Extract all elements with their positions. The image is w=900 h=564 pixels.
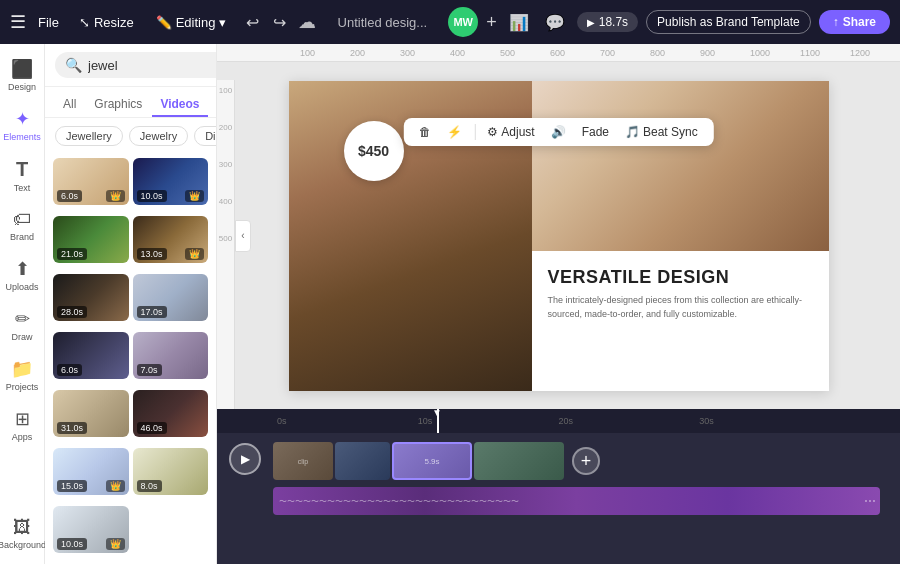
document-title[interactable]: Untitled desig... <box>338 15 428 30</box>
fade-button[interactable]: Fade <box>576 122 615 142</box>
hands-image <box>532 81 829 252</box>
chip-jewellery[interactable]: Jewellery <box>55 126 123 146</box>
search-input[interactable] <box>88 58 217 73</box>
list-item[interactable]: 6.0s <box>53 332 129 379</box>
duration-badge: 15.0s <box>57 480 87 492</box>
sidebar-item-apps[interactable]: ⊞ Apps <box>0 402 44 448</box>
tab-graphics[interactable]: Graphics <box>86 93 150 117</box>
share-icon: ↑ <box>833 15 839 29</box>
crown-badge: 👑 <box>185 248 204 260</box>
timeline-playhead[interactable] <box>437 409 439 433</box>
sidebar-item-uploads[interactable]: ⬆ Uploads <box>0 252 44 298</box>
comments-button[interactable]: 💬 <box>541 9 569 36</box>
uploads-icon: ⬆ <box>15 258 30 280</box>
cloud-save-icon[interactable]: ☁ <box>298 11 316 33</box>
audio-clip[interactable]: 〜〜〜〜〜〜〜〜〜〜〜〜〜〜〜〜〜〜〜〜〜〜〜〜〜〜〜〜〜〜 ⋯ <box>273 487 880 515</box>
sidebar-item-text[interactable]: T Text <box>0 152 44 199</box>
timeline-marks: 0s 10s 20s 30s <box>277 416 840 426</box>
editing-mode-button[interactable]: ✏️ Editing ▾ <box>148 11 235 34</box>
timeline-mark-20: 20s <box>559 416 700 426</box>
delete-clip-button[interactable]: 🗑 <box>413 122 437 142</box>
tab-photos[interactable]: Photos <box>210 93 217 117</box>
duration-badge: 46.0s <box>137 422 167 434</box>
duration-badge: 21.0s <box>57 248 87 260</box>
list-item[interactable]: 31.0s <box>53 390 129 437</box>
canvas-area: 100 200 300 400 500 600 700 800 900 1000… <box>217 44 900 564</box>
duration-badge: 17.0s <box>137 306 167 318</box>
add-clip-button[interactable]: + <box>572 447 600 475</box>
video-clip-2[interactable] <box>335 442 390 480</box>
crown-badge: 👑 <box>106 190 125 202</box>
chip-diamonds[interactable]: Diamonds <box>194 126 216 146</box>
top-bar-center: Untitled desig... <box>324 15 440 30</box>
analytics-button[interactable]: 📊 <box>505 9 533 36</box>
list-item[interactable]: 28.0s <box>53 274 129 321</box>
adjust-button[interactable]: ⚙ Adjust <box>481 122 540 142</box>
timeline-play-button[interactable]: ▶ <box>229 443 261 475</box>
apps-icon: ⊞ <box>15 408 30 430</box>
video-track-row: clip 5.9s + <box>273 439 900 483</box>
list-item[interactable]: 6.0s 👑 <box>53 158 129 205</box>
publish-brand-template-button[interactable]: Publish as Brand Template <box>646 10 811 34</box>
crown-badge: 👑 <box>106 538 125 550</box>
undo-button[interactable]: ↩ <box>240 9 265 36</box>
list-item[interactable]: 13.0s 👑 <box>133 216 209 263</box>
duration-badge: 7.0s <box>137 364 162 376</box>
ruler-marks: 100 200 300 400 500 600 700 800 900 1000… <box>295 48 900 58</box>
video-clip-3[interactable]: 5.9s <box>392 442 472 480</box>
timeline: 0s 10s 20s 30s ▶ clip <box>217 409 900 564</box>
list-item[interactable]: 15.0s 👑 <box>53 448 129 495</box>
list-item[interactable]: 8.0s <box>133 448 209 495</box>
resize-button[interactable]: ⤡ Resize <box>71 11 142 34</box>
adjust-icon: ⚙ <box>487 125 498 139</box>
brand-icon: 🏷 <box>13 209 31 230</box>
tab-all[interactable]: All <box>55 93 84 117</box>
duration-badge: 31.0s <box>57 422 87 434</box>
list-item[interactable]: 10.0s 👑 <box>53 506 129 553</box>
sidebar-item-design[interactable]: ⬛ Design <box>0 52 44 98</box>
canvas-content: 100 200 300 400 500 ‹ $450 <box>217 62 900 409</box>
filter-chips: Jewellery Jewelry Diamonds D <box>45 118 216 154</box>
audio-waveform: 〜〜〜〜〜〜〜〜〜〜〜〜〜〜〜〜〜〜〜〜〜〜〜〜〜〜〜〜〜〜 <box>279 496 519 507</box>
sidebar-item-background[interactable]: 🖼 Background <box>0 511 44 556</box>
chip-jewelry[interactable]: Jewelry <box>129 126 188 146</box>
split-clip-button[interactable]: ⚡ <box>441 122 468 142</box>
resize-icon: ⤡ <box>79 15 90 30</box>
volume-button[interactable]: 🔊 <box>545 122 572 142</box>
sidebar-item-brand[interactable]: 🏷 Brand <box>0 203 44 248</box>
video-clip-4[interactable] <box>474 442 564 480</box>
beat-sync-button[interactable]: 🎵 Beat Sync <box>619 122 704 142</box>
pencil-icon: ✏️ <box>156 15 172 30</box>
list-item[interactable]: 7.0s <box>133 332 209 379</box>
crown-badge: 👑 <box>106 480 125 492</box>
share-button[interactable]: ↑ Share <box>819 10 890 34</box>
volume-icon: 🔊 <box>551 125 566 139</box>
collapse-panel-button[interactable]: ‹ <box>235 220 251 252</box>
video-clip-1[interactable]: clip <box>273 442 333 480</box>
price-badge[interactable]: $450 <box>344 121 404 181</box>
list-item[interactable]: 17.0s <box>133 274 209 321</box>
duration-badge: 10.0s <box>57 538 87 550</box>
tab-videos[interactable]: Videos <box>152 93 207 117</box>
audio-menu-button[interactable]: ⋯ <box>864 494 876 508</box>
redo-button[interactable]: ↪ <box>267 9 292 36</box>
sidebar-item-draw[interactable]: ✏ Draw <box>0 302 44 348</box>
list-item[interactable]: 10.0s 👑 <box>133 158 209 205</box>
list-item[interactable]: 21.0s <box>53 216 129 263</box>
list-item[interactable]: 46.0s <box>133 390 209 437</box>
elements-icon: ✦ <box>15 108 30 130</box>
versatile-desc: The intricately-designed pieces from thi… <box>548 294 813 321</box>
search-bar: 🔍 ✕ ⊙ <box>45 44 216 87</box>
sidebar-item-projects[interactable]: 📁 Projects <box>0 352 44 398</box>
timeline-mark-30: 30s <box>699 416 840 426</box>
play-preview-button[interactable]: ▶ 18.7s <box>577 12 638 32</box>
video-grid: 6.0s 👑 10.0s 👑 21.0s 13.0s 👑 28.0s 17.0s <box>45 154 216 564</box>
add-collaborator-button[interactable]: + <box>486 12 497 33</box>
page-right-image <box>532 81 829 252</box>
menu-icon[interactable]: ☰ <box>10 11 26 33</box>
ruler-content: 100 200 300 400 500 600 700 800 900 1000… <box>227 44 900 61</box>
beat-sync-icon: 🎵 <box>625 125 640 139</box>
sidebar-item-elements[interactable]: ✦ Elements <box>0 102 44 148</box>
file-menu[interactable]: File <box>32 11 65 34</box>
avatar[interactable]: MW <box>448 7 478 37</box>
